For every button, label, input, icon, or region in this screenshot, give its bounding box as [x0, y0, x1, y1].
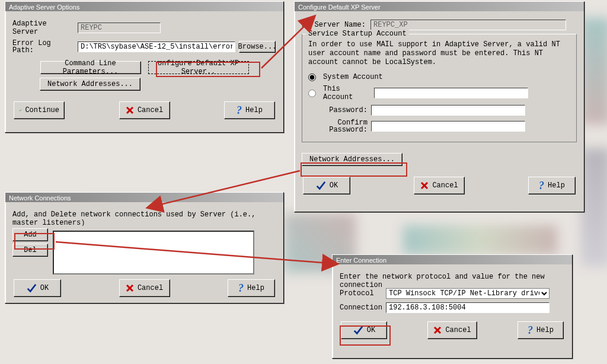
- continue-label: Continue: [25, 106, 59, 114]
- ok-label: OK: [367, 326, 375, 334]
- help-label: Help: [245, 106, 263, 114]
- cancel-button[interactable]: Cancel: [119, 101, 170, 119]
- this-account-field[interactable]: [374, 88, 528, 98]
- titlebar: Adaptive Server Options: [5, 2, 283, 11]
- network-addresses-button[interactable]: Network Addresses...: [40, 78, 140, 91]
- xp-server-name-field: [370, 20, 566, 30]
- connection-label: Connection: [340, 304, 382, 312]
- errorlog-path-field[interactable]: [78, 41, 235, 52]
- x-icon: [126, 106, 134, 114]
- x-icon: [126, 284, 134, 292]
- confirm-password-field[interactable]: [371, 121, 525, 132]
- network-connections-window: Network Connections Add, and Delete netw…: [5, 192, 284, 304]
- help-button[interactable]: ? Help: [224, 101, 275, 119]
- check-icon: [353, 325, 363, 336]
- configure-default-xp-server-window: Configure Default XP Server XP Server Na…: [294, 1, 584, 212]
- confirm-password-label: Confirm Password:: [308, 119, 368, 133]
- enterconn-desc: Enter the network protocol and value for…: [340, 273, 565, 288]
- ok-label: OK: [330, 181, 338, 190]
- titlebar: Network Connections: [5, 193, 283, 202]
- x-icon: [420, 181, 429, 190]
- errorlog-path-label: Error Log Path:: [12, 40, 74, 54]
- ok-button[interactable]: OK: [303, 177, 350, 194]
- password-field[interactable]: [371, 105, 525, 116]
- browse-button[interactable]: Browse...: [239, 41, 276, 53]
- continue-button[interactable]: Continue: [14, 101, 65, 119]
- system-account-radio[interactable]: [308, 74, 316, 81]
- command-line-parameters-button[interactable]: Command Line Parameters...: [40, 61, 141, 74]
- system-account-label: System Account: [323, 73, 383, 81]
- help-label: Help: [548, 181, 565, 190]
- this-account-label: This Account: [323, 85, 370, 101]
- protocol-select[interactable]: TCP Winsock TCP/IP Net-Library driver: [386, 288, 550, 299]
- del-button[interactable]: Del: [12, 244, 48, 257]
- protocol-label: Protocol: [340, 289, 382, 298]
- x-icon: [433, 326, 442, 334]
- cancel-label: Cancel: [432, 181, 458, 190]
- cancel-button[interactable]: Cancel: [427, 321, 477, 339]
- cancel-label: Cancel: [138, 284, 163, 292]
- help-button[interactable]: ? Help: [517, 321, 564, 339]
- question-icon: ?: [238, 282, 244, 295]
- help-button[interactable]: ? Help: [528, 177, 576, 194]
- titlebar: Configure Default XP Server: [295, 2, 584, 11]
- connections-listbox[interactable]: [53, 231, 254, 274]
- add-button[interactable]: Add: [12, 228, 48, 241]
- configure-default-xp-server-button[interactable]: onfigure Default XP Server..: [148, 61, 249, 74]
- cancel-button[interactable]: Cancel: [414, 177, 465, 194]
- question-icon: ?: [237, 104, 242, 117]
- ok-label: OK: [40, 284, 49, 292]
- ok-button[interactable]: OK: [341, 321, 387, 339]
- network-addresses-button[interactable]: Network Addresses...: [302, 153, 402, 166]
- netconn-desc: Add, and Delete network connections used…: [12, 210, 276, 226]
- xp-server-name-label: XP Server Name:: [302, 21, 367, 29]
- check-icon: [19, 105, 21, 116]
- this-account-radio[interactable]: [308, 90, 316, 97]
- connection-field[interactable]: [386, 302, 550, 313]
- adaptive-server-label: Adaptive Server: [12, 20, 74, 36]
- check-icon: [315, 180, 326, 191]
- cancel-button[interactable]: Cancel: [119, 279, 170, 297]
- enter-connection-window: Enter Connection Enter the network proto…: [332, 254, 573, 359]
- question-icon: ?: [528, 324, 533, 337]
- help-label: Help: [247, 284, 264, 292]
- adaptive-server-options-window: Adaptive Server Options Adaptive Server …: [5, 1, 284, 133]
- adaptive-server-field: [78, 23, 161, 33]
- question-icon: ?: [539, 180, 544, 192]
- cancel-label: Cancel: [138, 106, 163, 114]
- service-startup-account-group: Service Startup Account In order to use …: [302, 34, 577, 142]
- check-icon: [26, 283, 37, 293]
- password-label: Password:: [308, 106, 368, 114]
- cancel-label: Cancel: [445, 326, 471, 334]
- help-label: Help: [536, 326, 554, 334]
- help-button[interactable]: ? Help: [228, 279, 275, 297]
- group-title: Service Startup Account: [306, 30, 409, 38]
- ok-button[interactable]: OK: [14, 279, 61, 297]
- titlebar: Enter Connection: [333, 255, 572, 264]
- startup-info-text: In order to use MAIL support in Adaptive…: [308, 40, 570, 67]
